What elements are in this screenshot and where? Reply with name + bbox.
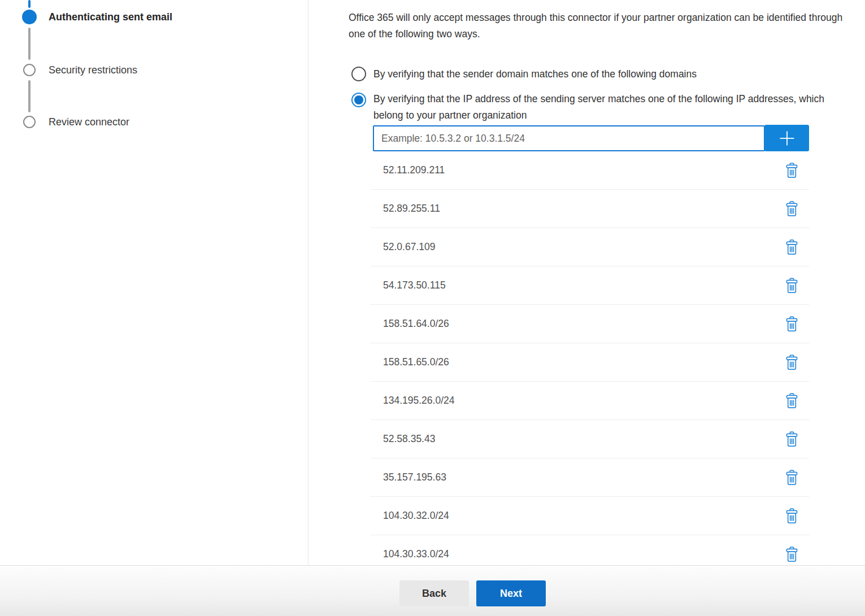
option-verify-ip-label[interactable]: By verifying that the IP address of the … xyxy=(373,91,832,123)
ip-address-value: 54.173.50.115 xyxy=(383,279,446,291)
connector-wizard-screen: Authenticating sent email Security restr… xyxy=(0,0,865,616)
trash-icon xyxy=(785,163,798,178)
ip-row: 134.195.26.0/24 xyxy=(371,382,809,420)
radio-unselected-icon[interactable] xyxy=(351,67,366,81)
trash-icon xyxy=(785,239,798,255)
ip-address-value: 35.157.195.63 xyxy=(383,471,446,483)
option-verify-ip[interactable]: By verifying that the IP address of the … xyxy=(351,93,832,123)
delete-ip-button[interactable] xyxy=(784,353,800,372)
ip-row: 54.173.50.115 xyxy=(371,267,809,305)
ip-row: 158.51.64.0/26 xyxy=(371,305,809,343)
radio-selected-icon[interactable] xyxy=(351,93,366,107)
ip-row: 52.0.67.109 xyxy=(371,228,809,267)
delete-ip-button[interactable] xyxy=(784,391,800,410)
option-verify-domain-label[interactable]: By verifying that the sender domain matc… xyxy=(373,66,697,82)
trash-icon xyxy=(785,431,798,447)
ip-address-list: 52.11.209.211 52.89.255.11 xyxy=(371,151,809,565)
wizard-footer: Back Next xyxy=(0,565,865,616)
delete-ip-button[interactable] xyxy=(784,545,800,564)
step-connector-line xyxy=(28,80,31,112)
delete-ip-button[interactable] xyxy=(784,430,800,449)
delete-ip-button[interactable] xyxy=(784,238,800,257)
ip-row: 104.30.33.0/24 xyxy=(371,535,809,565)
plus-icon xyxy=(778,129,796,147)
step-current-indicator-icon xyxy=(22,10,37,24)
ip-row: 104.30.32.0/24 xyxy=(371,497,809,535)
ip-row: 52.58.35.43 xyxy=(371,420,809,458)
trash-icon xyxy=(785,393,798,409)
step-label-security-restrictions: Security restrictions xyxy=(49,64,137,76)
ip-address-value: 158.51.64.0/26 xyxy=(383,318,449,330)
ip-row: 35.157.195.63 xyxy=(371,458,809,497)
ip-address-value: 52.58.35.43 xyxy=(383,433,435,445)
step-label-review-connector: Review connector xyxy=(49,116,129,128)
next-button[interactable]: Next xyxy=(476,580,546,606)
option-verify-domain[interactable]: By verifying that the sender domain matc… xyxy=(351,66,697,82)
step-label-authenticating-sent-email: Authenticating sent email xyxy=(49,11,172,23)
wizard-steps-panel: Authenticating sent email Security restr… xyxy=(0,0,308,565)
delete-ip-button[interactable] xyxy=(784,161,800,180)
step-upcoming-indicator-icon xyxy=(23,116,36,128)
step-connector-line xyxy=(28,28,31,60)
ip-row: 52.89.255.11 xyxy=(371,190,809,228)
delete-ip-button[interactable] xyxy=(784,276,800,295)
ip-address-value: 104.30.33.0/24 xyxy=(383,548,449,560)
trash-icon xyxy=(785,201,798,217)
ip-address-value: 52.0.67.109 xyxy=(383,241,435,253)
step-connector-line xyxy=(28,0,31,8)
add-ip-button[interactable] xyxy=(764,125,809,151)
delete-ip-button[interactable] xyxy=(784,314,800,334)
delete-ip-button[interactable] xyxy=(784,468,800,487)
ip-address-value: 104.30.32.0/24 xyxy=(383,510,449,522)
delete-ip-button[interactable] xyxy=(784,199,800,219)
ip-address-value: 134.195.26.0/24 xyxy=(383,395,455,407)
trash-icon xyxy=(785,508,798,524)
intro-text: Office 365 will only accept messages thr… xyxy=(349,10,860,42)
trash-icon xyxy=(785,278,798,294)
ip-address-value: 158.51.65.0/26 xyxy=(383,356,449,368)
trash-icon xyxy=(785,470,798,486)
ip-address-value: 52.89.255.11 xyxy=(383,203,440,215)
ip-row: 158.51.65.0/26 xyxy=(371,343,809,382)
trash-icon xyxy=(785,316,798,332)
trash-icon xyxy=(785,547,798,562)
delete-ip-button[interactable] xyxy=(784,506,800,526)
back-button[interactable]: Back xyxy=(399,580,469,606)
ip-address-input[interactable] xyxy=(373,125,765,151)
step-upcoming-indicator-icon xyxy=(23,64,36,76)
ip-row: 52.11.209.211 xyxy=(371,151,809,190)
ip-address-value: 52.11.209.211 xyxy=(383,164,445,176)
trash-icon xyxy=(785,355,798,370)
